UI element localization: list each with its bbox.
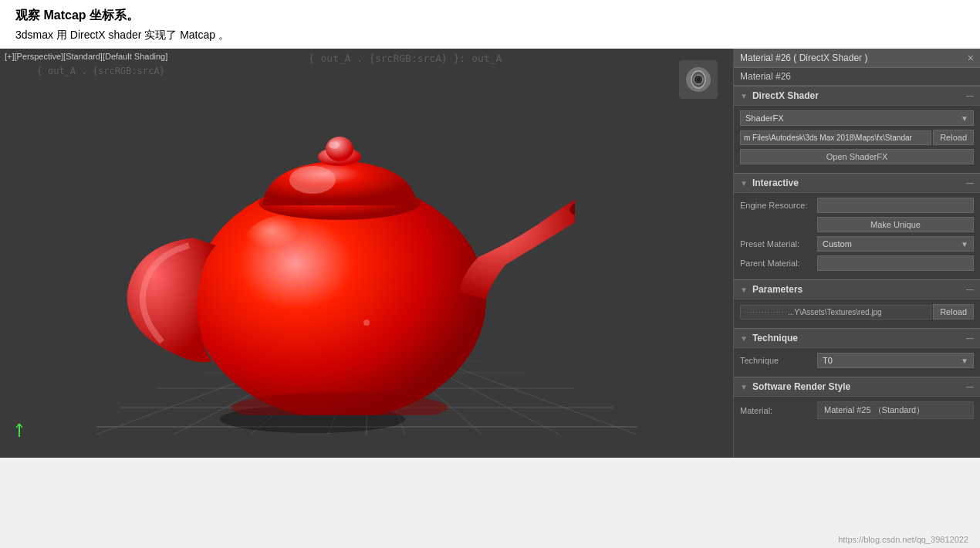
dots-text: ·············· xyxy=(744,308,785,316)
file-path-input[interactable]: m Files\Autodesk\3ds Max 2018\Maps\fx\St… xyxy=(740,130,931,145)
camera-icon xyxy=(679,60,718,99)
svg-point-20 xyxy=(243,215,336,276)
section-parameters-label: Parameters xyxy=(752,284,803,295)
section-arrow: ▼ xyxy=(740,92,748,100)
section-parameters[interactable]: ▼ Parameters — xyxy=(734,279,980,299)
section-software-render-content: Material: Material #25 （Standard） xyxy=(734,397,980,428)
teapot xyxy=(112,91,575,415)
parent-material-control xyxy=(817,255,974,271)
top-text-area: 观察 Matcap 坐标系。 3dsmax 用 DirectX shader 实… xyxy=(0,0,980,49)
technique-dropdown[interactable]: T0 ▼ xyxy=(817,353,974,368)
section-software-render[interactable]: ▼ Software Render Style — xyxy=(734,377,980,397)
file-path-row: m Files\Autodesk\3ds Max 2018\Maps\fx\St… xyxy=(740,130,974,145)
viewport[interactable]: [+][Perspective][Standard][Default Shadi… xyxy=(0,49,733,458)
right-panel: Material #26 ( DirectX Shader ) × Materi… xyxy=(733,49,980,458)
section-technique[interactable]: ▼ Technique — xyxy=(734,328,980,348)
open-shaderfx-button[interactable]: Open ShaderFX xyxy=(740,149,974,164)
watermark: https://blog.csdn.net/qq_39812022 xyxy=(838,535,968,544)
page-subtitle: 3dsmax 用 DirectX shader 实现了 Matcap 。 xyxy=(15,29,965,42)
dots-input[interactable]: ·············· ...Y\Assets\Textures\red.… xyxy=(740,305,931,320)
code-watermark-2: { out_A . {srcRGB:srcA} xyxy=(37,66,165,76)
make-unique-row: Make Unique xyxy=(740,217,974,232)
parent-material-input[interactable] xyxy=(817,255,974,271)
section-directx[interactable]: ▼ DirectX Shader — xyxy=(734,86,980,106)
material-name-bar: Material #26 xyxy=(734,68,980,86)
shaderfx-row: ShaderFX ▼ xyxy=(740,110,974,126)
parent-material-row: Parent Material: xyxy=(740,255,974,271)
section-directx-content: ShaderFX ▼ m Files\Autodesk\3ds Max 2018… xyxy=(734,106,980,173)
panel-titlebar: Material #26 ( DirectX Shader ) × xyxy=(734,49,980,68)
section-arrow-technique: ▼ xyxy=(740,334,748,343)
file-path-text: m Files\Autodesk\3ds Max 2018\Maps\fx\St… xyxy=(744,134,912,142)
preset-material-row: Preset Material: Custom ▼ xyxy=(740,236,974,252)
preset-material-control: Custom ▼ xyxy=(817,236,974,252)
svg-point-23 xyxy=(289,166,336,194)
section-arrow-interactive: ▼ xyxy=(740,179,748,188)
software-material-label: Material: xyxy=(740,406,817,415)
params-reload-button[interactable]: Reload xyxy=(933,304,974,320)
section-parameters-content: ·············· ...Y\Assets\Textures\red.… xyxy=(734,299,980,328)
section-directx-label: DirectX Shader xyxy=(752,90,819,101)
collapse-btn-technique[interactable]: — xyxy=(966,334,974,343)
section-interactive-label: Interactive xyxy=(752,178,799,188)
params-file-row: ·············· ...Y\Assets\Textures\red.… xyxy=(740,304,974,320)
code-watermark-1: { out_A . {srcRGB:srcA} }: out_A xyxy=(309,52,502,64)
engine-resource-control xyxy=(817,198,974,213)
material-name: Material #26 xyxy=(740,71,791,82)
open-shaderfx-row: Open ShaderFX xyxy=(740,149,974,164)
section-arrow-params: ▼ xyxy=(740,286,748,294)
collapse-btn-interactive[interactable]: — xyxy=(966,179,974,188)
parent-material-label: Parent Material: xyxy=(740,259,817,268)
axis-indicator xyxy=(12,420,27,442)
viewport-label: [+][Perspective][Standard][Default Shadi… xyxy=(5,52,167,61)
panel-title: Material #26 ( DirectX Shader ) xyxy=(740,52,867,63)
dots-path: ...Y\Assets\Textures\red.jpg xyxy=(788,308,882,316)
collapse-btn[interactable]: — xyxy=(966,92,974,100)
reload-button[interactable]: Reload xyxy=(933,130,974,145)
close-button[interactable]: × xyxy=(968,52,974,64)
collapse-btn-params[interactable]: — xyxy=(966,286,974,294)
preset-material-label: Preset Material: xyxy=(740,239,817,249)
svg-point-3 xyxy=(697,78,701,82)
software-material-row: Material: Material #25 （Standard） xyxy=(740,401,974,419)
section-technique-content: Technique T0 ▼ xyxy=(734,348,980,377)
svg-point-21 xyxy=(363,320,370,326)
section-technique-label: Technique xyxy=(752,333,798,343)
section-arrow-software: ▼ xyxy=(740,383,748,391)
section-interactive[interactable]: ▼ Interactive — xyxy=(734,173,980,193)
technique-row: Technique T0 ▼ xyxy=(740,353,974,368)
engine-resource-row: Engine Resource: xyxy=(740,198,974,213)
collapse-btn-software[interactable]: — xyxy=(966,383,974,391)
dropdown-arrow-preset: ▼ xyxy=(961,240,968,249)
main-area: [+][Perspective][Standard][Default Shadi… xyxy=(0,49,980,458)
technique-value: T0 xyxy=(823,356,833,365)
svg-point-25 xyxy=(326,137,353,161)
dropdown-arrow: ▼ xyxy=(961,114,968,123)
make-unique-button[interactable]: Make Unique xyxy=(817,217,974,232)
preset-material-value: Custom xyxy=(823,239,852,249)
shaderfx-dropdown[interactable]: ShaderFX ▼ xyxy=(740,110,974,126)
engine-resource-input[interactable] xyxy=(817,198,974,213)
shaderfx-value: ShaderFX xyxy=(745,113,784,123)
engine-resource-label: Engine Resource: xyxy=(740,201,817,210)
section-interactive-content: Engine Resource: Make Unique Preset Mate… xyxy=(734,193,980,279)
svg-point-26 xyxy=(329,141,340,149)
software-material-control: Material #25 （Standard） xyxy=(817,401,974,419)
technique-label: Technique xyxy=(740,356,817,365)
software-material-value: Material #25 （Standard） xyxy=(817,401,974,419)
dropdown-arrow-technique: ▼ xyxy=(961,357,968,365)
preset-material-dropdown[interactable]: Custom ▼ xyxy=(817,236,974,252)
technique-control: T0 ▼ xyxy=(817,353,974,368)
section-software-render-label: Software Render Style xyxy=(752,381,850,392)
page-title: 观察 Matcap 坐标系。 xyxy=(15,8,965,24)
